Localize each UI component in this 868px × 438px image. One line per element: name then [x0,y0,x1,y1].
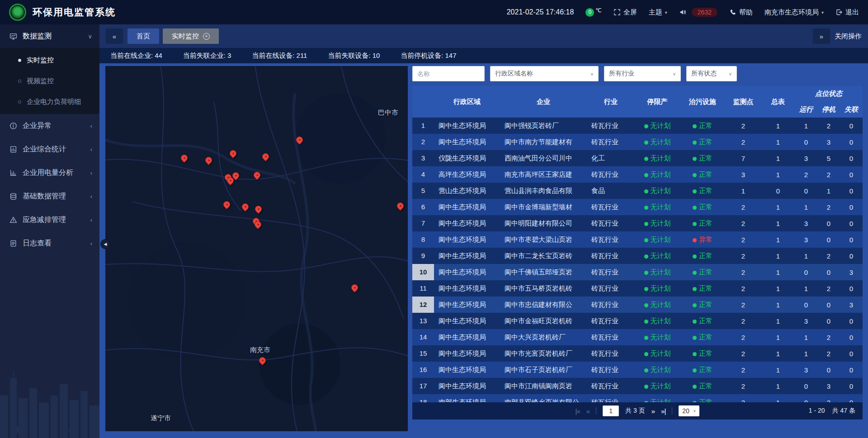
cell-running: 0 [795,138,817,146]
fullscreen-button[interactable]: 全屏 [613,8,637,17]
sidebar-item-1[interactable]: 企业异常‹ [0,114,99,137]
map-pin[interactable] [259,356,266,366]
close-tab-icon[interactable]: × [203,33,210,40]
map-city-label: 遂宁市 [151,414,171,422]
close-operations-dropdown[interactable]: 关闭操作 [835,32,862,41]
cell-facility-status: 正常 [680,154,725,163]
map-pin[interactable] [229,149,236,159]
green-status-dot [644,385,648,389]
table-row-3[interactable]: 3仪陇生态环境局西南油气田分公司川中化工无计划正常71350 [412,150,863,166]
help-button[interactable]: 帮助 [729,8,753,17]
sidebar-item-6[interactable]: 日志查看‹ [0,231,99,255]
sidebar-item-0[interactable]: 数据监测∨ [0,24,99,48]
alarm-sound-button[interactable] [679,9,686,16]
pagination-info: 1 - 20 共 47 条 [809,407,855,415]
table-row-7[interactable]: 7阆中生态环境局阆中明阳建材有限公司砖瓦行业无计划正常21300 [412,215,863,231]
sidebar-item-4[interactable]: 基础数据管理‹ [0,184,99,208]
last-page-button[interactable]: »| [661,407,665,415]
map-panel[interactable]: 巴中市南充市遂宁市 [105,66,408,431]
sidebar-item-label: 企业综合统计 [23,145,66,154]
table-row-10[interactable]: 10阆中生态环境局阆中千佛镇五郎垭页岩砖瓦行业无计划正常21003 [412,264,863,280]
tab-0[interactable]: 首页 [127,28,159,44]
cell-stopped: 0 [817,366,840,374]
map-pin[interactable] [181,154,188,163]
map-pin[interactable] [397,202,404,211]
tabs-scroll-right-button[interactable]: » [813,28,830,44]
tab-1[interactable]: 实时监控× [163,28,219,44]
cell-disconnected: 0 [840,171,863,179]
theme-dropdown[interactable]: 主题 ▾ [649,8,667,17]
status-text: 无计划 [651,382,671,390]
map-pin[interactable] [296,136,303,145]
cell-running: 3 [795,220,817,227]
status-select[interactable]: 所有状态 ∨ [686,66,737,81]
table-row-16[interactable]: 16阆中生态环境局阆中市石子页岩机砖厂砖瓦行业无计划正常21300 [412,362,863,378]
table-row-9[interactable]: 9阆中生态环境局阆中市二龙长宝页岩砖砖瓦行业无计划正常21120 [412,248,863,264]
sidebar-item-2[interactable]: 企业综合统计‹ [0,137,99,161]
page-number-input[interactable] [603,405,619,416]
tab-label: 首页 [137,32,150,41]
map-pin[interactable] [226,176,234,186]
green-status-dot [644,173,648,177]
header-company: 企业 [500,86,587,118]
sidebar-subitem-1[interactable]: 视频监控 [0,71,99,91]
table-row-18[interactable]: 18南部生态环境局南部县双峰乡页岩有限公砖瓦行业无计划正常21030 [412,394,863,402]
logout-button[interactable]: 退出 [835,8,859,17]
table-row-4[interactable]: 4高坪生态环境局南充市高坪区王家店建砖瓦行业无计划正常31220 [412,166,863,183]
tabs-scroll-left-button[interactable]: « [106,28,123,44]
cell-total-meter: 1 [761,350,795,358]
sidebar-collapse-handle[interactable]: ◀ [100,239,110,249]
alarm-count-badge[interactable]: 2632 [692,8,717,17]
cell-monitor-points: 2 [725,350,761,358]
region-select[interactable]: 行政区域名称 ∨ [490,66,599,81]
map-pin[interactable] [351,283,358,293]
row-index: 6 [412,199,434,215]
sidebar-item-3[interactable]: 企业用电量分析‹ [0,161,99,184]
row-index: 3 [412,150,434,166]
table-row-2[interactable]: 2阆中生态环境局阆中市南方节能建材有砖瓦行业无计划正常21030 [412,134,863,150]
name-search-input[interactable] [412,66,485,81]
sidebar-item-5[interactable]: 应急减排管理‹ [0,208,99,231]
speaker-icon [679,9,686,16]
stats-bar: 当前在线企业:44当前失联企业:3当前在线设备:211当前失联设备:10当前停机… [99,48,868,63]
prev-page-button[interactable]: « [586,407,590,415]
cell-disconnected: 0 [840,285,863,292]
table-row-12[interactable]: 12阆中生态环境局阆中市忠信建材有限公砖瓦行业无计划正常21003 [412,297,863,313]
map-pin[interactable] [262,152,269,162]
page-size-select[interactable]: 20 ∨ [679,405,699,416]
map-pin[interactable] [255,205,262,214]
cell-stopped: 2 [817,285,840,292]
table-row-17[interactable]: 17阆中生态环境局阆中市江南镇阆南页岩砖瓦行业无计划正常21030 [412,378,863,394]
stat-label: 当前停机设备: [401,52,443,59]
first-page-button[interactable]: |« [576,407,580,415]
map-pin[interactable] [242,203,249,212]
table-row-1[interactable]: 1阆中生态环境局阆中强锐页岩砖厂砖瓦行业无计划正常21120 [412,118,863,134]
sidebar-subitem-2[interactable]: 企业电力负荷明细 [0,91,99,112]
table-row-13[interactable]: 13阆中生态环境局阆中市金福旺页岩机砖砖瓦行业无计划正常21300 [412,313,863,329]
org-dropdown[interactable]: 南充市生态环境局 ▾ [764,8,824,17]
cell-industry: 砖瓦行业 [587,333,635,342]
industry-select[interactable]: 所有行业 ∨ [604,66,681,81]
table-row-5[interactable]: 5营山生态环境局营山县润丰肉食品有限食品无计划正常10010 [412,183,863,199]
cell-industry: 化工 [587,154,635,163]
row-index: 18 [412,394,434,402]
table-row-15[interactable]: 15阆中生态环境局阆中市光富页岩机砖厂砖瓦行业无计划正常21120 [412,345,863,362]
map-pin[interactable] [223,200,231,210]
table-row-8[interactable]: 8阆中生态环境局阆中市枣碧大梁山页岩砖瓦行业无计划异常21300 [412,231,863,248]
cell-total-meter: 1 [761,155,795,162]
green-status-dot [644,287,648,291]
chevron-down-icon: ∨ [693,409,696,413]
table-row-11[interactable]: 11阆中生态环境局阆中市五马桥页岩机砖砖瓦行业无计划正常21120 [412,280,863,297]
cell-facility-status: 正常 [680,398,725,403]
table-row-6[interactable]: 6阆中生态环境局阆中市金博瑞新型墙材砖瓦行业无计划正常21120 [412,199,863,215]
next-page-button[interactable]: » [651,407,655,415]
map-pin[interactable] [205,156,212,165]
status-text: 无计划 [651,122,671,129]
table-row-14[interactable]: 14阆中生态环境局阆中大兴页岩机砖厂砖瓦行业无计划正常21120 [412,329,863,345]
cell-limit-status: 无计划 [635,317,680,325]
row-index: 8 [412,231,434,248]
map-pin[interactable] [255,220,262,230]
sidebar-subitem-0[interactable]: 实时监控 [0,50,99,71]
status-text: 正常 [699,122,712,129]
map-pin[interactable] [253,171,260,180]
